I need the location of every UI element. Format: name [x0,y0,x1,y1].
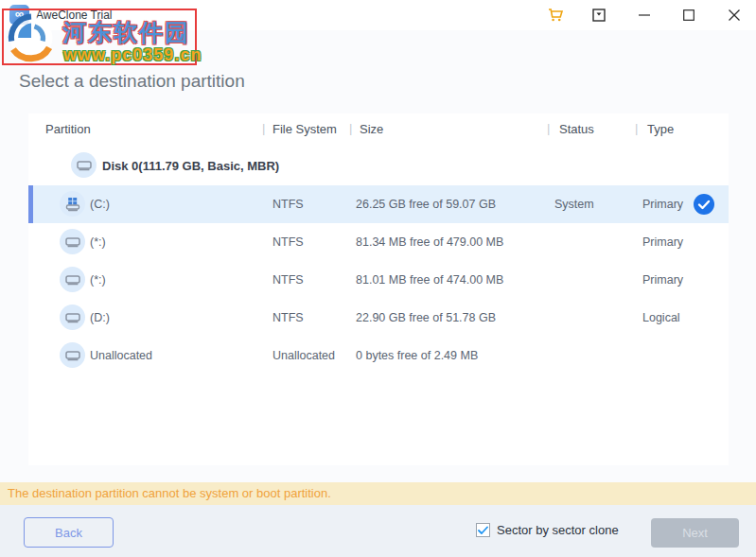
size-info: 22.90 GB free of 51.78 GB [356,311,496,324]
type-label: Logical [642,311,680,324]
type-label: Primary [642,198,683,211]
drive-icon [60,342,85,368]
disk-icon [71,152,97,178]
file-system: NTFS [273,273,304,287]
window-title: AweClone Trial [36,9,112,22]
partition-name: (*:) [90,273,106,287]
size-info: 81.01 MB free of 474.00 MB [356,273,503,287]
next-button[interactable]: Next [651,518,739,548]
update-box-icon[interactable] [583,0,615,30]
size-info: 0 bytes free of 2.49 MB [356,349,478,362]
cart-icon[interactable] [539,0,571,30]
size-info: 81.34 MB free of 479.00 MB [356,235,503,249]
partition-name: (*:) [90,235,106,249]
partition-name: (D:) [90,311,110,324]
type-label: Primary [642,235,683,249]
close-icon[interactable] [718,0,750,30]
drive-icon [60,305,85,330]
partition-name: (C:) [90,198,110,211]
partition-row[interactable]: (D:) NTFS 22.90 GB free of 51.78 GB Logi… [28,299,729,337]
file-system: NTFS [273,198,304,211]
system-drive-icon [60,191,85,217]
col-file-system: File System [273,122,337,136]
partition-name: Unallocated [90,349,152,362]
col-partition: Partition [45,122,91,136]
partition-row[interactable]: (*:) NTFS 81.34 MB free of 479.00 MB Pri… [28,223,729,261]
footer-bar: Back Sector by sector clone Next [0,505,756,557]
partition-row[interactable]: Unallocated Unallocated 0 bytes free of … [28,337,729,374]
sector-by-sector-label: Sector by sector clone [497,523,619,537]
drive-icon [60,267,85,292]
minimize-icon[interactable] [628,0,660,30]
watermark-site-url: www.pc0359.cn [63,45,202,65]
type-label: Primary [642,273,683,287]
disk-group-row: Disk 0(111.79 GB, Basic, MBR) [28,146,729,185]
partition-row-c[interactable]: (C:) NTFS 26.25 GB free of 59.07 GB Syst… [28,185,729,223]
table-header: Partition | File System | Size | Status … [28,113,729,146]
size-info: 26.25 GB free of 59.07 GB [356,198,496,211]
file-system: NTFS [273,235,304,249]
col-separator: | [635,121,638,135]
col-separator: | [547,121,550,135]
app-logo-icon: ∞ [9,5,29,25]
file-system: Unallocated [273,349,335,362]
maximize-icon[interactable] [673,0,705,30]
back-button[interactable]: Back [24,517,114,548]
col-size: Size [360,122,383,136]
page-title: Select a destination partition [19,71,245,92]
warning-message: The destination partition cannot be syst… [0,482,756,505]
sector-by-sector-checkbox[interactable] [476,523,490,537]
col-status: Status [559,122,594,136]
col-type: Type [647,122,674,136]
col-separator: | [349,121,352,135]
app-window: ∞ AweClone Trial [0,0,756,557]
drive-icon [60,229,85,254]
file-system: NTFS [273,311,304,324]
col-separator: | [262,121,265,135]
partition-row[interactable]: (*:) NTFS 81.01 MB free of 474.00 MB Pri… [28,261,729,299]
disk-group-label: Disk 0(111.79 GB, Basic, MBR) [102,159,279,173]
title-bar: ∞ AweClone Trial [0,0,756,30]
partition-table: Partition | File System | Size | Status … [28,113,729,465]
selected-check-icon [694,194,714,215]
status-label: System [554,198,594,211]
